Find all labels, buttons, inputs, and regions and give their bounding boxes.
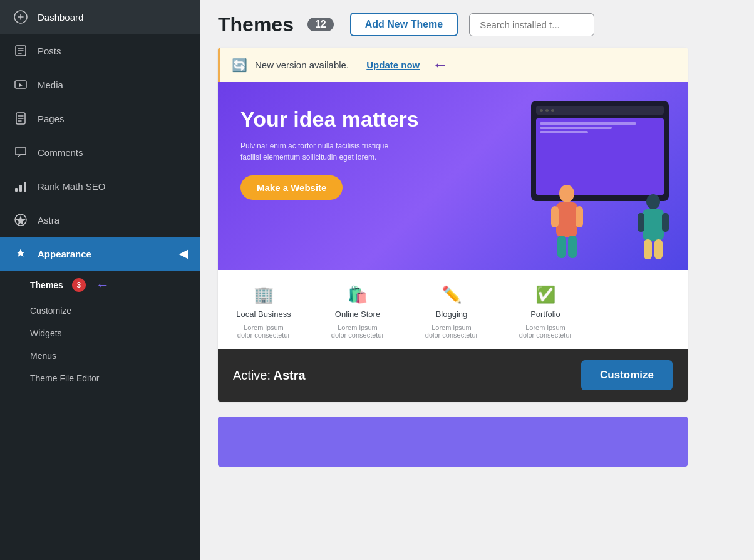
appearance-submenu: Themes 3 ← Customize Widgets Menus Theme…	[0, 271, 200, 390]
svg-rect-18	[644, 239, 652, 259]
svg-rect-9	[556, 202, 577, 237]
browser-dot-1	[540, 109, 543, 112]
category-online-store-label: Online Store	[335, 309, 380, 319]
comments-icon	[13, 144, 29, 160]
themes-area: 🔄 New version available. Update now ← Yo…	[200, 48, 754, 484]
submenu-item-themes[interactable]: Themes 3 ←	[0, 271, 200, 299]
search-input[interactable]	[469, 13, 594, 36]
collapse-arrow-icon: ◀	[179, 247, 188, 261]
category-portfolio-label: Portfolio	[530, 309, 560, 319]
themes-count-badge: 12	[307, 18, 334, 31]
svg-rect-15	[643, 209, 664, 241]
update-now-link[interactable]: Update now	[366, 60, 420, 70]
submenu-item-menus[interactable]: Menus	[0, 345, 200, 367]
sidebar-item-media-label: Media	[38, 80, 63, 90]
sidebar: Dashboard Posts Media Pages Comments Ran…	[0, 0, 200, 560]
category-local-business-desc: Lorem ipsum dolor consectetur	[235, 324, 292, 339]
submenu-item-theme-file-editor[interactable]: Theme File Editor	[0, 367, 200, 390]
sidebar-item-posts[interactable]: Posts	[0, 34, 200, 68]
themes-badge: 3	[72, 278, 86, 292]
appearance-icon	[13, 246, 29, 262]
preview-cta-button[interactable]: Make a Website	[240, 175, 343, 200]
active-bar: Active: Astra Customize	[218, 349, 688, 402]
svg-point-8	[559, 185, 574, 202]
astra-icon	[13, 212, 29, 228]
sidebar-item-comments-label: Comments	[38, 147, 83, 158]
dashboard-icon	[13, 9, 29, 25]
category-online-store-desc: Lorem ipsum dolor consectetur	[329, 324, 386, 339]
active-label-text: Active:	[233, 368, 271, 382]
preview-description: Pulvinar enim ac tortor nulla facilisis …	[240, 140, 391, 163]
posts-icon	[13, 43, 29, 59]
browser-dot-3	[551, 109, 554, 112]
sidebar-item-rankmath[interactable]: Rank Math SEO	[0, 169, 200, 203]
media-icon	[13, 76, 29, 93]
active-theme-card: 🔄 New version available. Update now ← Yo…	[218, 48, 688, 402]
submenu-item-widgets[interactable]: Widgets	[0, 322, 200, 345]
active-theme-label: Active: Astra	[233, 368, 306, 383]
theme-preview: Your idea matters Pulvinar enim ac torto…	[218, 82, 688, 270]
submenu-item-customize[interactable]: Customize	[0, 299, 200, 322]
preview-right	[500, 82, 688, 270]
themes-arrow-icon: ←	[96, 277, 110, 293]
sidebar-item-posts-label: Posts	[38, 46, 61, 56]
sidebar-item-appearance[interactable]: Appearance ◀	[0, 237, 200, 271]
submenu-widgets-label: Widgets	[30, 328, 62, 338]
sidebar-item-pages[interactable]: Pages	[0, 101, 200, 135]
svg-rect-6	[24, 182, 26, 192]
main-header: Themes 12 Add New Theme	[200, 0, 754, 48]
svg-rect-16	[638, 213, 644, 232]
sidebar-item-media[interactable]: Media	[0, 68, 200, 101]
browser-dot-2	[545, 109, 549, 112]
blogging-icon: ✏️	[442, 285, 462, 304]
category-blogging-desc: Lorem ipsum dolor consectetur	[423, 324, 480, 339]
sidebar-item-comments[interactable]: Comments	[0, 135, 200, 169]
submenu-theme-file-editor-label: Theme File Editor	[30, 373, 99, 383]
customize-button[interactable]: Customize	[581, 360, 673, 390]
submenu-customize-label: Customize	[30, 306, 71, 316]
svg-rect-13	[568, 236, 577, 258]
category-portfolio: ✅ Portfolio Lorem ipsum dolor consectetu…	[517, 285, 574, 339]
submenu-menus-label: Menus	[30, 351, 56, 361]
preview-title: Your idea matters	[240, 107, 477, 132]
sidebar-item-dashboard-label: Dashboard	[38, 12, 83, 23]
category-portfolio-desc: Lorem ipsum dolor consectetur	[517, 324, 574, 339]
update-notice: 🔄 New version available. Update now ←	[218, 48, 688, 82]
category-blogging-label: Blogging	[436, 309, 468, 319]
svg-point-14	[646, 194, 660, 209]
svg-rect-17	[662, 213, 669, 232]
add-new-theme-button[interactable]: Add New Theme	[350, 13, 458, 36]
page-title: Themes	[218, 13, 294, 36]
svg-rect-12	[557, 236, 566, 258]
svg-rect-10	[551, 206, 559, 227]
sidebar-item-astra-label: Astra	[38, 215, 59, 226]
svg-rect-5	[19, 185, 22, 192]
update-icon: 🔄	[232, 58, 247, 73]
active-theme-name: Astra	[273, 368, 305, 382]
sidebar-item-pages-label: Pages	[38, 113, 65, 124]
preview-left: Your idea matters Pulvinar enim ac torto…	[218, 82, 500, 270]
woman-figure	[544, 182, 591, 264]
sidebar-item-appearance-label: Appearance	[38, 249, 91, 259]
submenu-themes-label: Themes	[30, 280, 63, 290]
category-local-business-label: Local Business	[236, 309, 291, 319]
category-local-business: 🏢 Local Business Lorem ipsum dolor conse…	[235, 285, 292, 339]
portfolio-icon: ✅	[535, 285, 555, 304]
pages-icon	[13, 110, 29, 127]
sidebar-item-astra[interactable]: Astra	[0, 203, 200, 237]
svg-rect-19	[654, 239, 663, 259]
man-figure	[631, 192, 675, 264]
update-arrow-icon: ←	[432, 55, 448, 75]
second-theme-card-partial	[218, 417, 688, 467]
category-blogging: ✏️ Blogging Lorem ipsum dolor consectetu…	[423, 285, 480, 339]
local-business-icon: 🏢	[254, 285, 274, 304]
svg-rect-11	[576, 206, 583, 227]
category-online-store: 🛍️ Online Store Lorem ipsum dolor consec…	[329, 285, 386, 339]
online-store-icon: 🛍️	[348, 285, 368, 304]
theme-categories: 🏢 Local Business Lorem ipsum dolor conse…	[218, 270, 688, 349]
browser-bar	[536, 106, 664, 115]
rankmath-icon	[13, 178, 29, 194]
sidebar-item-rankmath-label: Rank Math SEO	[38, 181, 105, 192]
sidebar-item-dashboard[interactable]: Dashboard	[0, 0, 200, 34]
main-content: Themes 12 Add New Theme 🔄 New version av…	[200, 0, 754, 560]
